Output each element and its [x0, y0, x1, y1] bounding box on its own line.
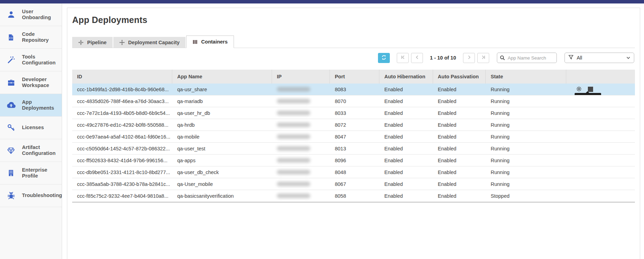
table-row[interactable]: ccc-1b499fa1-2d98-416b-8c4b-960e68...qa-… — [72, 84, 635, 95]
cell-actions — [566, 155, 635, 166]
code-file-icon — [6, 33, 16, 41]
previous-page-button[interactable] — [411, 53, 423, 63]
table-row[interactable]: ccc-4835d026-788f-46ea-a76d-30aac3...qa-… — [72, 95, 635, 107]
column-header-port: Port — [330, 70, 379, 84]
next-page-icon — [467, 55, 471, 61]
filter-selected-value: All — [577, 55, 582, 61]
cell-ip — [272, 155, 330, 166]
sidebar-item-troubleshooting[interactable]: Troubleshooting — [0, 185, 62, 207]
cell-app-name: qa-hrdb — [172, 119, 272, 131]
table-row[interactable]: ccc-f85c75c2-9232-4ee7-b404-9810a8...qa-… — [72, 190, 635, 202]
cell-actions — [566, 107, 635, 119]
cell-state: Running — [486, 84, 566, 95]
cell-actions — [566, 143, 635, 154]
pagination-range-label: 1 - 10 of 10 — [430, 55, 456, 61]
ip-redacted-value — [277, 158, 310, 163]
search-icon — [500, 55, 505, 62]
pipeline-icon — [78, 40, 84, 45]
sidebar-item-label: User Onboarding — [22, 9, 58, 21]
sidebar-item-licenses[interactable]: Licenses — [0, 117, 62, 139]
sidebar-item-label: Enterprise Profile — [22, 167, 58, 179]
cell-port: 8067 — [330, 178, 379, 190]
sidebar-item-tools-configuration[interactable]: Tools Configuration — [0, 49, 62, 71]
search-input[interactable] — [497, 53, 557, 63]
cell-state: Running — [486, 178, 566, 190]
cell-id: ccc-c5050d64-1452-4c57-872b-086322... — [72, 143, 172, 154]
cell-id: ccc-49c27876-ed1c-4292-b0f8-550588... — [72, 119, 172, 131]
cell-app-name: qa-basicsanityverification — [172, 190, 272, 202]
table-row[interactable]: ccc-49c27876-ed1c-4292-b0f8-550588...qa-… — [72, 119, 635, 131]
cell-auto-passivation: Enabled — [433, 155, 486, 166]
cell-auto-passivation: Enabled — [433, 178, 486, 190]
cell-id: ccc-385aa5ab-3788-4230-b78a-b2841c... — [72, 178, 172, 190]
sidebar-item-label: App Deployments — [22, 99, 58, 111]
cell-port: 8072 — [330, 119, 379, 131]
cell-app-name: qa-User_mobile — [172, 178, 272, 190]
sidebar-item-artifact-configuration[interactable]: Artifact Configuration — [0, 139, 62, 162]
table-row[interactable]: ccc-7e72c1da-4193-4b05-b8d0-6b9c54...qa-… — [72, 107, 635, 119]
table-row[interactable]: ccc-c5050d64-1452-4c57-872b-086322...qa-… — [72, 143, 635, 155]
settings-button[interactable] — [576, 86, 582, 93]
refresh-button[interactable] — [378, 53, 390, 63]
gem-icon — [6, 147, 16, 155]
column-header-auto-passivation: Auto Passivation — [433, 70, 486, 84]
sidebar-item-code-repository[interactable]: Code Repository — [0, 26, 62, 49]
sidebar-item-enterprise-profile[interactable]: Enterprise Profile — [0, 162, 62, 185]
cell-actions — [566, 178, 635, 190]
ip-redacted-value — [277, 146, 310, 151]
cell-auto-passivation: Enabled — [433, 166, 486, 178]
page-title: App Deployments — [72, 15, 640, 25]
table-row[interactable]: ccc-ff502633-8432-41d4-97b6-996156...qa-… — [72, 155, 635, 166]
funnel-icon — [568, 55, 574, 61]
user-icon — [6, 10, 16, 19]
cell-id: ccc-7e72c1da-4193-4b05-b8d0-6b9c54... — [72, 107, 172, 119]
cell-ip — [272, 131, 330, 142]
cell-state: Running — [486, 95, 566, 107]
ip-redacted-value — [277, 87, 310, 92]
cell-id: ccc-db9be051-2331-4121-8c10-8bd277... — [72, 166, 172, 178]
ip-redacted-value — [277, 99, 310, 103]
top-bar — [0, 0, 644, 3]
table-row[interactable]: ccc-385aa5ab-3788-4230-b78a-b2841c...qa-… — [72, 178, 635, 190]
tab-containers[interactable]: Containers — [186, 36, 234, 48]
cell-port: 8058 — [330, 190, 379, 202]
sidebar-item-label: Developer Workspace — [22, 77, 58, 88]
cell-ip — [272, 190, 330, 202]
cell-ip — [272, 84, 330, 95]
ip-redacted-value — [277, 123, 310, 127]
first-page-button[interactable] — [397, 53, 409, 63]
cell-actions — [566, 166, 635, 178]
cell-auto-hibernation: Enabled — [379, 178, 433, 190]
sidebar-item-app-deployments[interactable]: App Deployments — [0, 94, 62, 117]
table-row[interactable]: ccc-db9be051-2331-4121-8c10-8bd277...qa-… — [72, 166, 635, 178]
cell-auto-passivation: Enabled — [433, 143, 486, 154]
column-header-actions — [566, 70, 635, 84]
cell-ip — [272, 143, 330, 154]
tab-pipeline[interactable]: Pipeline — [72, 37, 113, 48]
table-body: ccc-1b499fa1-2d98-416b-8c4b-960e68...qa-… — [72, 84, 635, 203]
cell-auto-hibernation: Enabled — [379, 119, 433, 131]
cell-auto-hibernation: Enabled — [379, 190, 433, 202]
settings-icon — [576, 86, 582, 93]
cell-port: 8033 — [330, 107, 379, 119]
tab-deployment-capacity[interactable]: Deployment Capacity — [113, 37, 185, 48]
cell-app-name: qa-apps — [172, 155, 272, 166]
sidebar-item-user-onboarding[interactable]: User Onboarding — [0, 3, 62, 26]
filter-dropdown[interactable]: All — [565, 53, 634, 63]
cell-auto-hibernation: Enabled — [379, 166, 433, 178]
table-row[interactable]: ccc-0e97aea4-a5af-4102-86a1-fd60e16...qa… — [72, 131, 635, 143]
ip-redacted-value — [277, 134, 310, 139]
cell-port: 8083 — [330, 84, 379, 95]
move-icon — [119, 40, 125, 45]
tab-bar: PipelineDeployment CapacityContainers — [72, 36, 635, 48]
cell-state: Running — [486, 107, 566, 119]
sidebar-item-developer-workspace[interactable]: Developer Workspace — [0, 71, 62, 94]
cell-app-name: qa-mobile — [172, 131, 272, 142]
columns-icon — [192, 39, 198, 45]
cell-auto-passivation: Enabled — [433, 84, 486, 95]
last-page-button[interactable] — [477, 53, 489, 63]
bug-icon — [6, 191, 16, 200]
pagination: 1 - 10 of 10 — [397, 53, 489, 63]
next-page-button[interactable] — [463, 53, 475, 63]
cell-auto-hibernation: Enabled — [379, 155, 433, 166]
